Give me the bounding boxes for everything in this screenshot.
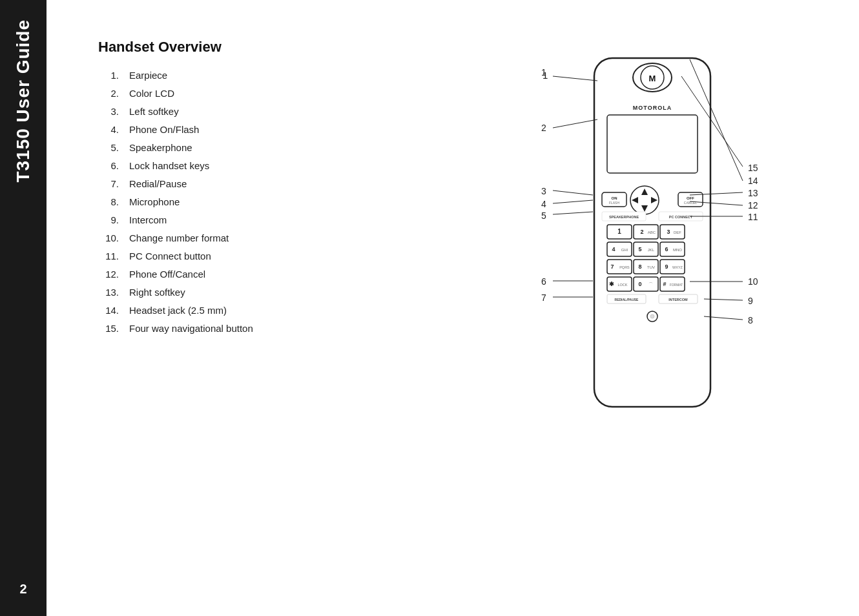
item-number: 8. [98, 195, 119, 209]
item-number: 9. [98, 213, 119, 227]
list-item: 10.Change number format [98, 231, 497, 245]
callout-num-10: 10 [748, 276, 758, 287]
item-label: Microphone [129, 195, 180, 209]
svg-text:✱: ✱ [609, 281, 614, 287]
svg-text:GHI: GHI [621, 248, 628, 252]
svg-text:6: 6 [665, 246, 668, 252]
list-item: 9.Intercom [98, 213, 497, 227]
svg-text:8: 8 [638, 263, 641, 270]
item-label: Right softkey [129, 285, 185, 299]
list-item: 11.PC Connect button [98, 249, 497, 263]
main-content: Handset Overview 1.Earpiece2.Color LCD3.… [47, 0, 859, 616]
svg-text:9: 9 [665, 263, 668, 270]
svg-text:4: 4 [612, 246, 615, 252]
item-label: PC Connect button [129, 249, 211, 263]
item-label: Left softkey [129, 105, 179, 118]
item-number: 15. [98, 322, 119, 335]
image-section: M MOTOROLA ON FLASH [523, 39, 820, 590]
item-number: 7. [98, 177, 119, 190]
svg-text:DEF: DEF [674, 231, 681, 234]
list-item: 15.Four way navigational button [98, 322, 497, 335]
svg-text:PQRS: PQRS [619, 265, 630, 269]
svg-rect-50 [634, 277, 658, 291]
svg-text:CANCEL: CANCEL [684, 201, 698, 205]
item-label: Earpiece [129, 68, 167, 82]
callout-num-7: 7 [541, 293, 546, 303]
list-item: 3.Left softkey [98, 105, 497, 118]
item-label: Headset jack (2.5 mm) [129, 303, 227, 317]
svg-text:#: # [663, 281, 666, 287]
callout-num-15: 15 [748, 163, 758, 173]
svg-text:7: 7 [610, 263, 614, 270]
svg-text:PC CONNECT: PC CONNECT [669, 215, 693, 219]
callout-num-13: 13 [748, 188, 758, 198]
svg-text:JKL: JKL [648, 248, 655, 252]
svg-text:OFF: OFF [687, 196, 694, 200]
phone-svg: M MOTOROLA ON FLASH [555, 45, 749, 426]
list-item: 13.Right softkey [98, 285, 497, 299]
page-title: Handset Overview [98, 39, 497, 56]
svg-text:1: 1 [617, 228, 621, 235]
page-number: 2 [19, 582, 26, 597]
item-label: Redial/Pause [129, 177, 187, 190]
svg-text:SPEAKERPHONE: SPEAKERPHONE [609, 215, 639, 219]
callout-num-1: 1 [541, 67, 546, 77]
text-section: Handset Overview 1.Earpiece2.Color LCD3.… [98, 39, 497, 590]
items-list: 1.Earpiece2.Color LCD3.Left softkey4.Pho… [98, 68, 497, 335]
callout-1: 1 [543, 70, 548, 81]
sidebar: T3150 User Guide 2 [0, 0, 47, 616]
callout-num-6: 6 [541, 276, 546, 287]
svg-text:LOCK: LOCK [618, 283, 628, 287]
item-number: 5. [98, 141, 119, 154]
phone-diagram: M MOTOROLA ON FLASH [523, 45, 820, 433]
list-item: 8.Microphone [98, 195, 497, 209]
callout-num-3: 3 [541, 186, 546, 196]
list-item: 4.Phone On/Flash [98, 123, 497, 136]
callout-num-4: 4 [541, 199, 546, 209]
item-number: 6. [98, 159, 119, 172]
item-label: Phone Off/Cancel [129, 267, 205, 281]
list-item: 6.Lock handset keys [98, 159, 497, 172]
item-label: Phone On/Flash [129, 123, 199, 136]
item-number: 3. [98, 105, 119, 118]
item-number: 12. [98, 267, 119, 281]
svg-text:2: 2 [640, 229, 643, 235]
svg-text:0: 0 [638, 281, 641, 287]
item-number: 4. [98, 123, 119, 136]
svg-text:⌒: ⌒ [648, 282, 653, 287]
svg-text:FORMAT: FORMAT [670, 283, 683, 287]
svg-text:INTERCOM: INTERCOM [668, 298, 688, 302]
list-item: 5.Speakerphone [98, 141, 497, 154]
svg-text:MOTOROLA: MOTOROLA [633, 105, 672, 111]
svg-text:TUV: TUV [647, 265, 655, 269]
svg-text:5: 5 [638, 246, 641, 252]
svg-rect-5 [607, 115, 698, 173]
item-label: Intercom [129, 213, 167, 227]
item-number: 14. [98, 303, 119, 317]
item-number: 13. [98, 285, 119, 299]
callout-num-14: 14 [748, 176, 758, 186]
item-label: Four way navigational button [129, 322, 253, 335]
svg-text:WXYZ: WXYZ [672, 265, 683, 269]
item-number: 11. [98, 249, 119, 263]
item-label: Color LCD [129, 87, 174, 100]
svg-point-61 [650, 314, 654, 318]
svg-text:ABC: ABC [648, 231, 656, 234]
svg-rect-32 [634, 242, 658, 256]
sidebar-title: T3150 User Guide [13, 19, 34, 183]
svg-text:FLASH: FLASH [609, 201, 620, 205]
svg-text:3: 3 [667, 229, 670, 235]
callout-num-11: 11 [748, 212, 758, 222]
callout-num-12: 12 [748, 200, 758, 210]
item-label: Change number format [129, 231, 229, 245]
list-item: 1.Earpiece [98, 68, 497, 82]
item-label: Lock handset keys [129, 159, 209, 172]
item-number: 1. [98, 68, 119, 82]
svg-text:M: M [649, 74, 656, 83]
item-number: 2. [98, 87, 119, 100]
list-item: 12.Phone Off/Cancel [98, 267, 497, 281]
callout-num-5: 5 [541, 210, 546, 221]
item-number: 10. [98, 231, 119, 245]
list-item: 7.Redial/Pause [98, 177, 497, 190]
svg-text:MNO: MNO [673, 248, 682, 252]
